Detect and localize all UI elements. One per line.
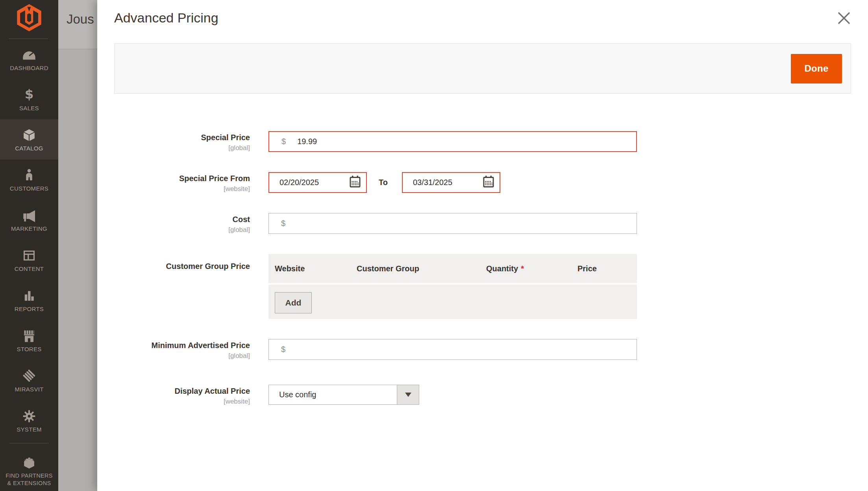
column-header-website: Website xyxy=(268,264,350,273)
cost-scope: [global] xyxy=(114,226,250,234)
display-actual-price-select[interactable]: Use config xyxy=(268,385,419,405)
currency-prefix: $ xyxy=(281,137,286,146)
special-price-to-value: 03/31/2025 xyxy=(413,178,452,187)
modal-title: Advanced Pricing xyxy=(114,10,850,26)
sidebar-item-label: CUSTOMERS xyxy=(10,185,48,193)
magento-logo[interactable] xyxy=(0,0,58,39)
reports-icon xyxy=(23,287,35,302)
sidebar-item-label: MIRASVIT xyxy=(15,385,43,393)
sidebar-item-label: SALES xyxy=(19,104,39,112)
minimum-advertised-price-scope: [global] xyxy=(114,352,250,360)
sidebar-item-mirasvit[interactable]: MIRASVIT xyxy=(0,360,58,400)
sidebar-item-system[interactable]: SYSTEM xyxy=(0,400,58,441)
special-price-value: 19.99 xyxy=(297,137,317,146)
sidebar-item-label: CONTENT xyxy=(15,265,44,273)
date-range-to-label: To xyxy=(379,178,388,187)
background-page-header: Jous xyxy=(58,0,97,49)
catalog-icon xyxy=(22,127,36,142)
modal-header: Advanced Pricing xyxy=(97,0,868,43)
required-asterisk: * xyxy=(521,264,524,273)
marketing-icon xyxy=(22,207,36,222)
dimmed-page-overlay: Jous xyxy=(58,0,97,491)
sidebar-item-label: REPORTS xyxy=(15,305,44,313)
sales-icon: $ xyxy=(23,87,35,102)
add-customer-group-price-button[interactable]: Add xyxy=(275,292,312,313)
advanced-pricing-modal: Advanced Pricing Done Special Price [glo… xyxy=(97,0,868,491)
extensions-icon xyxy=(22,454,36,469)
sidebar-item-sales[interactable]: $SALES xyxy=(0,79,58,119)
svg-text:$: $ xyxy=(25,87,34,102)
cgp-empty-row: Add xyxy=(268,285,637,319)
sidebar-item-catalog[interactable]: CATALOG xyxy=(0,119,58,159)
minimum-advertised-price-label: Minimum Advertised Price xyxy=(114,341,250,350)
special-price-label: Special Price xyxy=(114,133,250,142)
sidebar-item-dashboard[interactable]: DASHBOARD xyxy=(0,39,58,79)
special-price-row: Special Price [global] $ 19.99 xyxy=(114,131,868,152)
special-price-from-value: 02/20/2025 xyxy=(279,178,319,187)
sidebar-item-label: MARKETING xyxy=(11,225,47,233)
background-page-title: Jous xyxy=(58,0,97,27)
minimum-advertised-price-row: Minimum Advertised Price [global] $ xyxy=(114,339,868,360)
display-actual-price-value: Use config xyxy=(269,390,397,399)
calendar-icon[interactable] xyxy=(349,175,361,190)
advanced-pricing-form: Special Price [global] $ 19.99 Special P… xyxy=(97,94,868,406)
special-price-from-scope: [website] xyxy=(114,185,250,193)
cost-row: Cost [global] $ xyxy=(114,213,868,234)
modal-toolbar: Done xyxy=(114,43,851,94)
special-price-input[interactable]: $ 19.99 xyxy=(268,131,637,152)
close-icon[interactable] xyxy=(836,10,852,27)
sidebar-item-content[interactable]: CONTENT xyxy=(0,240,58,280)
content-icon xyxy=(22,247,36,262)
sidebar-nav: DASHBOARD$SALESCATALOGCUSTOMERSMARKETING… xyxy=(0,39,58,491)
done-button[interactable]: Done xyxy=(791,54,842,83)
special-price-from-input[interactable]: 02/20/2025 xyxy=(268,172,367,193)
special-price-to-input[interactable]: 03/31/2025 xyxy=(402,172,500,193)
column-header-customer-group: Customer Group xyxy=(350,264,480,273)
column-header-quantity: Quantity* xyxy=(480,264,571,273)
customer-group-price-row: Customer Group Price WebsiteCustomer Gro… xyxy=(114,254,868,319)
system-icon xyxy=(22,408,36,423)
mirasvit-icon xyxy=(22,368,36,383)
cost-label: Cost xyxy=(114,215,250,224)
sidebar-item-label: DASHBOARD xyxy=(10,64,48,72)
customer-group-price-table: WebsiteCustomer GroupQuantity*Price Add xyxy=(268,254,637,319)
sidebar-item-customers[interactable]: CUSTOMERS xyxy=(0,159,58,200)
sidebar-item-label: STORES xyxy=(17,345,41,353)
cost-input[interactable]: $ xyxy=(268,213,637,234)
display-actual-price-row: Display Actual Price [website] Use confi… xyxy=(114,385,868,406)
sidebar-divider xyxy=(9,443,49,443)
display-actual-price-scope: [website] xyxy=(114,398,250,406)
display-actual-price-label: Display Actual Price xyxy=(114,387,250,396)
calendar-icon[interactable] xyxy=(483,175,494,190)
special-price-dates-row: Special Price From [website] 02/20/2025 xyxy=(114,172,868,193)
special-price-scope: [global] xyxy=(114,144,250,152)
sidebar-item-label: CATALOG xyxy=(15,145,43,152)
sidebar-item-label: SYSTEM xyxy=(17,426,41,434)
minimum-advertised-price-input[interactable]: $ xyxy=(268,339,637,360)
dashboard-icon xyxy=(22,46,36,61)
app-window: DASHBOARD$SALESCATALOGCUSTOMERSMARKETING… xyxy=(0,0,868,491)
sidebar-item-label: FIND PARTNERS & EXTENSIONS xyxy=(6,472,52,487)
admin-sidebar: DASHBOARD$SALESCATALOGCUSTOMERSMARKETING… xyxy=(0,0,58,491)
column-header-price: Price xyxy=(571,264,637,273)
sidebar-item-stores[interactable]: STORES xyxy=(0,320,58,360)
customer-group-price-label: Customer Group Price xyxy=(114,262,250,271)
currency-prefix: $ xyxy=(281,345,285,354)
sidebar-item-reports[interactable]: REPORTS xyxy=(0,280,58,320)
stores-icon xyxy=(22,328,36,343)
chevron-down-icon[interactable] xyxy=(397,385,419,404)
customers-icon xyxy=(24,167,34,182)
special-price-from-label: Special Price From xyxy=(114,174,250,183)
sidebar-item-marketing[interactable]: MARKETING xyxy=(0,200,58,240)
currency-prefix: $ xyxy=(281,219,285,228)
cgp-header-row: WebsiteCustomer GroupQuantity*Price xyxy=(268,254,637,283)
sidebar-item-find-partners-extensions[interactable]: FIND PARTNERS & EXTENSIONS xyxy=(0,446,58,491)
